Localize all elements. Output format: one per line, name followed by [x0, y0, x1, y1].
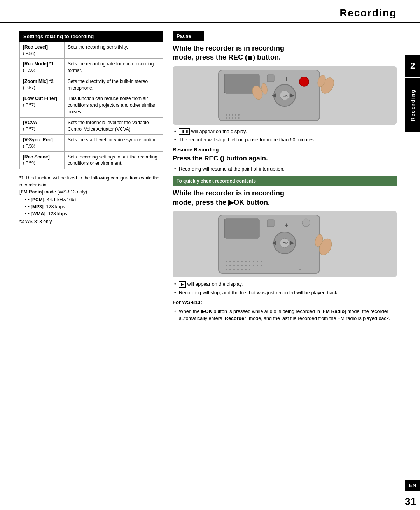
chapter-number: 2 [405, 55, 420, 77]
pause-title-line1: While the recorder is in recording [173, 44, 284, 52]
footnote1: *1 This function will be fixed to the fo… [19, 174, 163, 195]
svg-rect-27 [267, 220, 274, 227]
lang-badge: EN [405, 480, 420, 491]
check-contents-bar: To quickly check recorded contents [173, 176, 397, 186]
svg-text:▶: ▶ [290, 239, 294, 246]
svg-point-11 [229, 114, 230, 116]
bullet-item: When the ▶OK button is pressed while aud… [173, 308, 397, 322]
svg-point-49 [237, 269, 239, 270]
resume-title: Press the REC () button again. [173, 154, 397, 163]
svg-point-45 [241, 265, 243, 266]
setting-description: Sets the threshold level for the Variabl… [65, 117, 163, 135]
svg-point-17 [232, 117, 233, 119]
setting-description: Sets the recording rate for each recordi… [65, 59, 163, 76]
svg-point-50 [241, 269, 243, 270]
right-column: Pause While the recorder is in recording… [173, 31, 397, 494]
svg-text:+: + [285, 76, 288, 82]
pause-title-line2: mode, press the REC () button. [173, 53, 281, 61]
svg-point-15 [226, 117, 227, 119]
svg-point-58 [253, 265, 254, 266]
list-item: • [MP3]: 128 kbps [25, 203, 163, 210]
svg-point-37 [229, 261, 231, 262]
device-image-pause: + OK ◀ ▶ − [173, 66, 397, 125]
svg-point-19 [238, 117, 240, 119]
svg-text:+: + [285, 222, 288, 229]
rec-circle-icon [248, 56, 252, 60]
svg-point-42 [229, 265, 231, 266]
svg-rect-2 [267, 75, 274, 82]
pause-icon: ⏸ II [179, 128, 190, 135]
svg-text:OK: OK [283, 241, 288, 245]
for-ws-label: For WS-813: [173, 299, 397, 305]
recorder-illustration-pause: + OK ◀ ▶ − [173, 66, 397, 125]
content-wrapper: Settings relating to recording [Rec Leve… [0, 23, 420, 502]
bullet-item: Recording will stop, and the file that w… [173, 290, 397, 297]
setting-description: Sets the directivity of the built-in ste… [65, 76, 163, 93]
svg-point-63 [299, 269, 301, 270]
page-header: Recording [0, 0, 420, 23]
setting-label: [V-Sync. Rec] ( P.58) [20, 135, 65, 151]
svg-point-14 [238, 114, 240, 116]
setting-description: Sets recording settings to suit the reco… [65, 151, 163, 169]
pause-bullets: ⏸ II will appear on the display. The rec… [173, 128, 397, 144]
setting-label: [Low Cut Filter] ( P.57) [20, 93, 65, 117]
svg-point-59 [257, 265, 258, 266]
list-item: • [WMA]: 128 kbps [25, 210, 163, 217]
svg-point-16 [229, 117, 230, 119]
side-tab: Recording [405, 78, 420, 132]
svg-point-38 [233, 261, 235, 262]
svg-text:OK: OK [283, 94, 288, 98]
svg-text:◀: ◀ [272, 239, 276, 246]
footnote2: *2 WS-813 only [19, 218, 163, 225]
list-item: • [PCM]: 44.1 kHz/16bit [25, 196, 163, 203]
table-row: [Rec Scene] ( P.59) Sets recording setti… [20, 151, 163, 169]
svg-rect-26 [224, 219, 259, 238]
device-image-ok: + OK ◀ ▶ − [173, 211, 397, 277]
svg-text:▶: ▶ [290, 92, 294, 98]
setting-label: [Rec Scene] ( P.59) [20, 151, 65, 169]
bullet-item: The recorder will stop if left on pause … [173, 137, 397, 144]
setting-label: [VCVA] ( P.57) [20, 117, 65, 135]
check-title-line1: While the recorder is in recording [173, 189, 284, 197]
table-row: [Low Cut Filter] ( P.57) This function c… [20, 93, 163, 117]
settings-header: Settings relating to recording [19, 31, 163, 42]
page-title: Recording [23, 7, 397, 19]
page-number: 31 [397, 493, 420, 510]
settings-table: [Rec Level] ( P.56) Sets the recording s… [19, 42, 163, 169]
svg-point-52 [249, 261, 250, 262]
table-row: [Rec Level] ( P.56) Sets the recording s… [20, 42, 163, 59]
svg-point-43 [233, 265, 235, 266]
recorder-illustration-ok: + OK ◀ ▶ − [173, 211, 397, 277]
setting-label: [Rec Mode] *1 ( P.56) [20, 59, 65, 76]
left-column: Settings relating to recording [Rec Leve… [19, 31, 163, 494]
pause-section-title: While the recorder is in recording mode,… [173, 44, 397, 62]
svg-point-41 [226, 265, 227, 266]
bullet-item: Recording will resume at the point of in… [173, 166, 397, 173]
setting-description: This function can reduce noise from air … [65, 93, 163, 117]
check-section-title: While the recorder is in recording mode,… [173, 189, 397, 207]
svg-point-61 [245, 269, 247, 270]
table-row: [V-Sync. Rec] ( P.58) Sets the start lev… [20, 135, 163, 151]
svg-point-55 [261, 261, 262, 262]
table-row: [Rec Mode] *1 ( P.56) Sets the recording… [20, 59, 163, 76]
svg-text:−: − [284, 252, 287, 258]
svg-point-47 [229, 269, 231, 270]
setting-description: Sets the start level for voice sync reco… [65, 135, 163, 151]
setting-label: [Rec Level] ( P.56) [20, 42, 65, 59]
svg-point-62 [249, 269, 250, 270]
svg-point-57 [249, 265, 250, 266]
svg-point-51 [245, 261, 247, 262]
svg-point-22 [299, 77, 309, 86]
svg-point-53 [253, 261, 254, 262]
setting-description: Sets the recording sensitivity. [65, 42, 163, 59]
table-row: [VCVA] ( P.57) Sets the threshold level … [20, 117, 163, 135]
bullet-item: ▶ will appear on the display. [173, 281, 397, 288]
svg-point-39 [237, 261, 239, 262]
setting-label: [Zoom Mic] *2 ( P.57) [20, 76, 65, 93]
svg-point-46 [226, 269, 227, 270]
svg-point-12 [232, 114, 233, 116]
svg-point-10 [226, 114, 227, 116]
play-icon: ▶ [179, 281, 186, 288]
svg-point-40 [241, 261, 243, 262]
svg-point-54 [257, 261, 258, 262]
